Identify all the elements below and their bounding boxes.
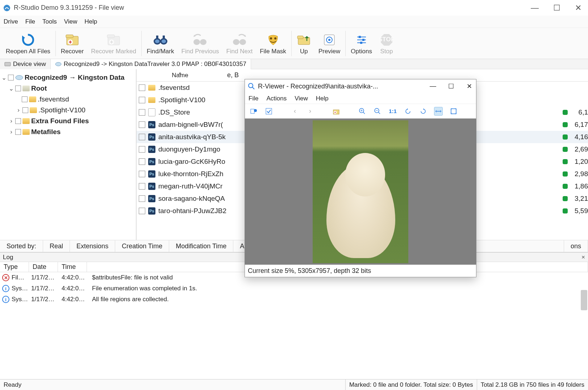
- file-checkbox[interactable]: [139, 195, 145, 202]
- preview-image: [313, 120, 408, 263]
- viewer-toolbar: ‹ › 1:1: [245, 104, 476, 119]
- tab-device-view[interactable]: Device view: [0, 59, 51, 69]
- viewer-menu-help[interactable]: Help: [316, 95, 329, 102]
- viewer-minimize-button[interactable]: —: [429, 82, 437, 90]
- file-checkbox[interactable]: [139, 109, 145, 116]
- fit-width-icon[interactable]: [434, 107, 443, 116]
- column-name[interactable]: ▲Name: [137, 71, 224, 79]
- sort-creation-time[interactable]: Creation Time: [115, 240, 169, 252]
- tree-checkbox[interactable]: [15, 86, 21, 91]
- options-button[interactable]: Options: [347, 28, 376, 59]
- file-checkbox[interactable]: [139, 183, 145, 190]
- folder-up-icon: [297, 32, 311, 48]
- menu-view[interactable]: View: [64, 18, 78, 25]
- viewer-close-button[interactable]: ✕: [465, 82, 473, 90]
- tree-checkbox[interactable]: [8, 75, 14, 80]
- tree-row[interactable]: ›Extra Found Files: [0, 116, 136, 126]
- zoom-in-icon[interactable]: [358, 107, 367, 116]
- svg-point-23: [328, 39, 330, 41]
- file-mask-button[interactable]: File Mask: [256, 28, 290, 59]
- viewer-menu-file[interactable]: File: [249, 95, 258, 102]
- menu-tools[interactable]: Tools: [42, 18, 57, 25]
- file-checkbox[interactable]: [139, 97, 145, 103]
- find-mark-button[interactable]: Find/Mark: [143, 28, 178, 59]
- menu-help[interactable]: Help: [84, 18, 97, 25]
- status-ready: Ready: [0, 379, 346, 390]
- next-icon[interactable]: ›: [306, 107, 314, 116]
- folder-icon: [22, 86, 30, 91]
- sort-real[interactable]: Real: [43, 240, 70, 252]
- file-checkbox[interactable]: [139, 158, 145, 165]
- reopen-all-files-button[interactable]: Reopen All Files: [2, 28, 54, 59]
- recover-button[interactable]: Recover: [57, 28, 87, 59]
- photoshop-icon: Ps: [148, 170, 155, 178]
- tree-checkbox[interactable]: [15, 118, 21, 124]
- prev-icon[interactable]: ‹: [291, 107, 299, 116]
- viewer-window[interactable]: R-Viewer - Recognized9\anita-austvika-..…: [245, 79, 476, 277]
- file-checkbox[interactable]: [139, 134, 145, 140]
- log-close-button[interactable]: ×: [581, 254, 585, 261]
- expand-icon[interactable]: ›: [9, 128, 14, 136]
- tree-row[interactable]: ›.Spotlight-V100: [0, 105, 136, 116]
- menu-file[interactable]: File: [25, 18, 35, 25]
- mask-icon: [267, 32, 280, 48]
- svg-text:STOP: STOP: [379, 36, 394, 43]
- expand-icon[interactable]: ⌄: [9, 85, 14, 92]
- viewer-image-area[interactable]: [245, 119, 476, 265]
- find-previous-button[interactable]: Find Previous: [178, 28, 222, 59]
- reopen-icon: [21, 32, 35, 48]
- maximize-button[interactable]: ☐: [553, 3, 560, 13]
- viewer-menu-actions[interactable]: Actions: [266, 95, 287, 102]
- log-row[interactable]: iSys…1/17/2…4:42:0…File enumeration was …: [0, 283, 588, 294]
- rotate-left-icon[interactable]: [404, 107, 412, 116]
- file-checkbox[interactable]: [139, 84, 145, 91]
- expand-icon[interactable]: ›: [9, 117, 14, 125]
- log-row[interactable]: iSys…1/17/2…4:42:0…All file regions are …: [0, 294, 588, 305]
- file-checkbox[interactable]: [139, 171, 145, 177]
- tab-recognized[interactable]: Recognized9 -> Kingston DataTraveler 3.0…: [51, 59, 251, 69]
- file-checkbox[interactable]: [139, 121, 145, 128]
- preview-button[interactable]: Preview: [315, 28, 344, 59]
- tree-row[interactable]: .fseventsd: [0, 94, 136, 105]
- expand-icon[interactable]: ⌄: [1, 74, 7, 82]
- stop-button[interactable]: STOP Stop: [376, 28, 397, 59]
- log-scrollbar-thumb[interactable]: [581, 290, 587, 310]
- status-dot: [563, 159, 568, 164]
- tree-row[interactable]: ⌄Root: [0, 83, 136, 94]
- tree-checkbox[interactable]: [15, 129, 21, 135]
- sort-partial-ons[interactable]: ons: [564, 240, 588, 252]
- fullscreen-icon[interactable]: [449, 107, 458, 116]
- viewer-maximize-button[interactable]: ☐: [447, 82, 455, 90]
- rotate-right-icon[interactable]: [419, 107, 428, 116]
- up-button[interactable]: Up: [293, 28, 315, 59]
- menu-drive[interactable]: Drive: [4, 18, 18, 25]
- tree-checkbox[interactable]: [22, 96, 28, 102]
- find-next-button[interactable]: Find Next: [222, 28, 256, 59]
- tree-checkbox[interactable]: [22, 107, 28, 113]
- recover-file-icon[interactable]: [332, 107, 341, 116]
- app-icon: [3, 4, 11, 12]
- check-icon[interactable]: [264, 107, 273, 116]
- title-bar: R-Studio Demo 9.3.191259 - File view — ☐…: [0, 0, 588, 16]
- photoshop-icon: Ps: [148, 121, 155, 128]
- file-checkbox[interactable]: [139, 208, 145, 214]
- file-checkbox[interactable]: [139, 146, 145, 153]
- goto-icon[interactable]: [249, 107, 258, 116]
- tree-row[interactable]: ⌄Recognized9 → Kingston Data: [0, 72, 136, 83]
- tree-row[interactable]: ›Metafiles: [0, 126, 136, 137]
- log-col-type[interactable]: Type: [0, 262, 29, 272]
- svg-point-18: [274, 37, 276, 40]
- zoom-100-icon[interactable]: 1:1: [388, 107, 397, 116]
- zoom-out-icon[interactable]: [373, 107, 382, 116]
- sort-extensions[interactable]: Extensions: [70, 240, 115, 252]
- viewer-menu-view[interactable]: View: [295, 95, 308, 102]
- viewer-title-bar[interactable]: R-Viewer - Recognized9\anita-austvika-..…: [245, 79, 476, 93]
- log-col-date[interactable]: Date: [29, 262, 58, 272]
- close-button[interactable]: ✕: [575, 3, 581, 13]
- column-partial[interactable]: e, B: [224, 71, 245, 79]
- log-col-time[interactable]: Time: [58, 262, 87, 272]
- sort-modification-time[interactable]: Modification Time: [169, 240, 233, 252]
- expand-icon[interactable]: ›: [16, 107, 21, 114]
- minimize-button[interactable]: —: [531, 3, 539, 13]
- recover-marked-button[interactable]: Recover Marked: [87, 28, 140, 59]
